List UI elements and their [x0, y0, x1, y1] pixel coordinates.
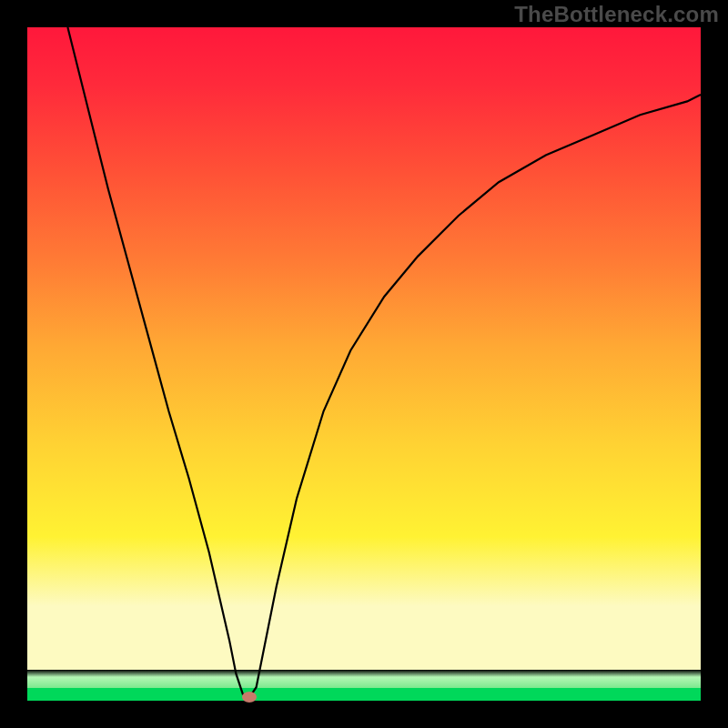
- watermark-text: TheBottleneck.com: [514, 2, 719, 27]
- chart-frame: TheBottleneck.com: [0, 0, 728, 728]
- good-band: [27, 606, 701, 670]
- spectrum-gradient-band: [27, 27, 701, 606]
- optimal-band: [27, 688, 701, 701]
- optimal-point-marker: [242, 692, 257, 703]
- plot-area: [27, 27, 701, 701]
- near-optimal-band: [27, 670, 701, 688]
